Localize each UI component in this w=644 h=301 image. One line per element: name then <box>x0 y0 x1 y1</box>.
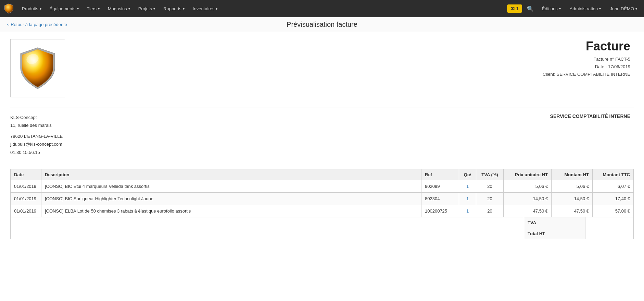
cell-montant-ht: 47,50 € <box>552 205 593 217</box>
cell-ref: 100200725 <box>421 205 459 217</box>
totals-left-empty <box>10 217 524 239</box>
total-ht-value <box>585 228 633 239</box>
cell-description: [CONSO] BIC Surligneur Highlighter Techn… <box>41 192 421 205</box>
recipient-name: SERVICE COMPTABILITÉ INTERNE <box>550 113 630 119</box>
cell-description: [CONSO] ELBA Lot de 50 chemises 3 rabats… <box>41 205 421 217</box>
cell-tva: 20 <box>476 180 504 192</box>
invoice-client: Client: SERVICE COMPTABILITÉ INTERNE <box>543 71 630 78</box>
total-ht-row: Total HT <box>524 228 633 239</box>
cell-montant-ht: 14,50 € <box>552 192 593 205</box>
sender-phone: 01.30.15.56.15 <box>10 148 63 156</box>
invoice-table: Date Description Ref Qté TVA (%) Prix un… <box>10 169 634 217</box>
nav-equipements[interactable]: Équipements ▾ <box>46 4 82 13</box>
table-row: 01/01/2019 [CONSO] BIC Surligneur Highli… <box>11 192 634 205</box>
cell-montant-ht: 5,06 € <box>552 180 593 192</box>
envelope-icon: ✉ <box>510 6 515 11</box>
chevron-down-icon: ▾ <box>153 7 155 11</box>
invoice-title: Facture <box>543 39 630 53</box>
nav-editions[interactable]: Éditions ▾ <box>539 4 564 13</box>
chevron-down-icon: ▾ <box>183 7 185 11</box>
nav-produits[interactable]: Produits ▾ <box>18 4 45 13</box>
nav-user[interactable]: John DÉMO ▾ <box>606 4 641 13</box>
cell-ref: 902099 <box>421 180 459 192</box>
nav-inventaires[interactable]: Inventaires ▾ <box>189 4 221 13</box>
invoice-meta: Facture n° FACT-5 Date : 17/06/2019 Clie… <box>543 56 630 78</box>
badge-count: 1 <box>516 6 518 11</box>
chevron-down-icon: ▾ <box>559 7 561 11</box>
chevron-down-icon: ▾ <box>128 7 130 11</box>
sender-email: j.dupuis@kls-concept.com <box>10 140 63 148</box>
address-section: KLS-Concept 11, ruelle des marais 78620 … <box>10 108 634 162</box>
invoice-info-right: Facture Facture n° FACT-5 Date : 17/06/2… <box>543 39 634 78</box>
invoice-header: Facture Facture n° FACT-5 Date : 17/06/2… <box>10 39 634 97</box>
cell-qty[interactable]: 1 <box>459 180 476 192</box>
col-ref: Ref <box>421 169 459 180</box>
chevron-down-icon: ▾ <box>635 7 637 11</box>
invoice-wrapper: Facture Facture n° FACT-5 Date : 17/06/2… <box>0 32 644 246</box>
cell-montant-ttc: 6,07 € <box>593 180 634 192</box>
cell-montant-ttc: 17,40 € <box>593 192 634 205</box>
chevron-down-icon: ▾ <box>98 7 100 11</box>
chevron-down-icon: ▾ <box>77 7 79 11</box>
cell-date: 01/01/2019 <box>11 180 41 192</box>
invoice-date: Date : 17/06/2019 <box>543 63 630 71</box>
brand-logo <box>3 3 14 14</box>
nav-administration[interactable]: Administration ▾ <box>566 4 604 13</box>
sender-info: KLS-Concept 11, ruelle des marais 78620 … <box>10 113 63 156</box>
nav-rapports[interactable]: Rapports ▾ <box>160 4 188 13</box>
table-row: 01/01/2019 [CONSO] ELBA Lot de 50 chemis… <box>11 205 634 217</box>
page-title: Prévisualisation facture <box>287 21 357 28</box>
cell-qty[interactable]: 1 <box>459 192 476 205</box>
sender-address1: 11, ruelle des marais <box>10 121 63 129</box>
cell-prix-ht: 14,50 € <box>504 192 552 205</box>
chevron-down-icon: ▾ <box>216 7 217 11</box>
col-tva: TVA (%) <box>476 169 504 180</box>
totals-right: TVA Total HT <box>524 217 634 239</box>
nav-magasins[interactable]: Magasins ▾ <box>104 4 134 13</box>
page-container: < Retour à la page précédente Prévisuali… <box>0 17 644 301</box>
invoice-number: Facture n° FACT-5 <box>543 56 630 63</box>
cell-date: 01/01/2019 <box>11 192 41 205</box>
company-logo-box <box>10 39 65 97</box>
sender-city: 78620 L'ETANG-LA-VILLE <box>10 132 63 140</box>
cell-tva: 20 <box>476 192 504 205</box>
cell-description: [CONSO] BIC Etui 4 marqueurs Velleda tan… <box>41 180 421 192</box>
cell-qty[interactable]: 1 <box>459 205 476 217</box>
nav-right-area: ✉ 1 🔍 Éditions ▾ Administration ▾ John D… <box>507 4 641 13</box>
cell-tva: 20 <box>476 205 504 217</box>
navbar: Produits ▾ Équipements ▾ Tiers ▾ Magasin… <box>0 0 644 17</box>
totals-section: TVA Total HT <box>10 217 634 239</box>
shield-icon <box>17 46 58 91</box>
back-link[interactable]: < Retour à la page précédente <box>7 22 67 27</box>
cell-montant-ttc: 57,00 € <box>593 205 634 217</box>
chevron-down-icon: ▾ <box>40 7 41 11</box>
recipient-info: SERVICE COMPTABILITÉ INTERNE <box>550 113 634 156</box>
chevron-down-icon: ▾ <box>599 7 601 11</box>
col-prix-ht: Prix unitaire HT <box>504 169 552 180</box>
col-montant-ht: Montant HT <box>552 169 593 180</box>
col-montant-ttc: Montant TTC <box>593 169 634 180</box>
nav-tiers[interactable]: Tiers ▾ <box>84 4 103 13</box>
cell-ref: 802304 <box>421 192 459 205</box>
nav-projets[interactable]: Projets ▾ <box>135 4 159 13</box>
tva-row: TVA <box>524 217 633 228</box>
search-button[interactable]: 🔍 <box>524 4 536 13</box>
col-qty: Qté <box>459 169 476 180</box>
tva-label: TVA <box>524 217 585 228</box>
cell-prix-ht: 5,06 € <box>504 180 552 192</box>
col-date: Date <box>11 169 41 180</box>
total-ht-label: Total HT <box>524 228 585 239</box>
col-description: Description <box>41 169 421 180</box>
table-row: 01/01/2019 [CONSO] BIC Etui 4 marqueurs … <box>11 180 634 192</box>
mail-badge-button[interactable]: ✉ 1 <box>507 4 522 13</box>
top-bar: < Retour à la page précédente Prévisuali… <box>0 17 644 32</box>
tva-value <box>585 217 633 228</box>
cell-prix-ht: 47,50 € <box>504 205 552 217</box>
cell-date: 01/01/2019 <box>11 205 41 217</box>
sender-company: KLS-Concept <box>10 113 63 121</box>
